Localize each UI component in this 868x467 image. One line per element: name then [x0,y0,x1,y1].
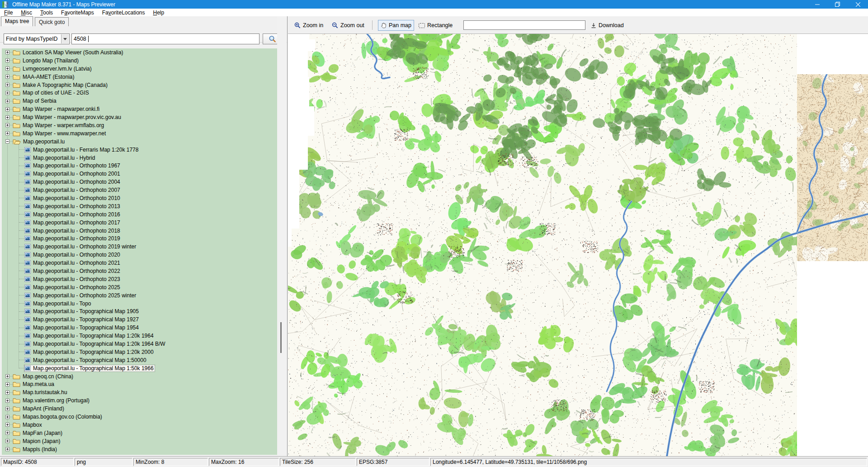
tree-map-item[interactable]: Map.geoportail.lu - Topographical Map 19… [2,308,277,316]
search-input[interactable]: 4508 [71,33,259,44]
folder-icon [13,438,20,444]
tree-map-item[interactable]: Map.geoportail.lu - Orthophoto 2022 [2,267,277,275]
tree-folder[interactable]: Map.meta.ua [2,381,277,389]
tree-map-item[interactable]: Map.geoportail.lu - Orthophoto 2021 [2,259,277,267]
tree-folder[interactable]: MapAnt (Finland) [2,405,277,413]
tree-folder[interactable]: Map Warper - warper.wmflabs.org [2,121,277,129]
tree-folder-expanded[interactable]: Map.geoportail.lu [2,138,277,146]
expand-toggle-icon[interactable] [5,131,9,135]
expand-toggle-icon[interactable] [5,447,9,451]
expand-toggle-icon[interactable] [5,399,9,403]
tree-map-item[interactable]: Map.geoportail.lu - Topographical Map 1:… [2,332,277,340]
expand-toggle-icon[interactable] [5,67,9,71]
tree-map-item-selected[interactable]: Map.geoportail.lu - Topographical Map 1:… [2,364,277,372]
tree-item-label: Map.geoportail.lu - Topographical Map 1:… [33,341,165,347]
tree-map-item[interactable]: Map.geoportail.lu - Orthophoto 2004 [2,178,277,186]
map-canvas[interactable] [288,34,868,457]
tree-map-item[interactable]: Map.geoportail.lu - Orthophoto 2025 [2,283,277,291]
expand-toggle-icon[interactable] [5,107,9,111]
tree-map-item[interactable]: Map.geoportail.lu - Orthophoto 2025 wint… [2,291,277,300]
maximize-button[interactable] [827,0,848,9]
tree-map-item[interactable]: Map.geoportail.lu - Topographical Map 19… [2,324,277,332]
tree-map-item[interactable]: Map.geoportail.lu - Orthophoto 2007 [2,186,277,194]
tree-folder[interactable]: MAA-AMET (Estonia) [2,73,277,81]
tree-scrollbar[interactable] [277,16,287,456]
tree-map-item[interactable]: Map.geoportail.lu - Orthophoto 2010 [2,194,277,202]
menu-item-favoritemaps[interactable]: FavoriteMaps [57,9,98,16]
panel-splitter[interactable] [287,16,288,456]
tree-map-item[interactable]: Map.geoportail.lu - Orthophoto 1967 [2,162,277,170]
tree-folder[interactable]: Mapion (Japan) [2,437,277,445]
tree-folder[interactable]: Mapas.bogota.gov.co (Colombia) [2,413,277,421]
expand-toggle-icon[interactable] [5,391,9,395]
tree-map-item[interactable]: Map.geoportail.lu - Topographical Map 1:… [2,356,277,364]
tab-quick-goto[interactable]: Quick goto [35,17,69,26]
tree-map-item[interactable]: Map.geoportail.lu - Orthophoto 2019 wint… [2,243,277,251]
expand-toggle-icon[interactable] [5,50,9,54]
tree-map-item[interactable]: Map.geoportail.lu - Orthophoto 2018 [2,227,277,235]
tree-folder[interactable]: Map.valentim.org (Portugal) [2,396,277,405]
tree-folder[interactable]: Map.geoq.cn (China) [2,372,277,381]
menu-item-tools[interactable]: Tools [36,9,57,16]
expand-toggle-icon[interactable] [5,423,9,427]
expand-toggle-icon[interactable] [5,374,9,378]
tree-map-item[interactable]: Map.geoportail.lu - Orthophoto 2013 [2,202,277,210]
tree-scrollbar-thumb[interactable] [280,322,282,353]
download-button[interactable]: Download [591,20,624,31]
tree-map-item[interactable]: Map.geoportail.lu - Orthophoto 2016 [2,210,277,219]
tree-folder[interactable]: Map Warper - mapwarper.onki.fi [2,105,277,113]
expand-toggle-icon[interactable] [5,83,9,87]
tab-maps-tree[interactable]: Maps tree [1,16,33,26]
expand-toggle-icon[interactable] [5,91,9,95]
tree-folder[interactable]: Location SA Map Viewer (South Australia) [2,48,277,57]
zoom-out-button[interactable]: Zoom out [332,20,364,31]
tree-folder[interactable]: Map Warper - www.mapwarper.net [2,129,277,138]
menu-item-help[interactable]: Help [149,9,169,16]
expand-toggle-icon[interactable] [5,382,9,386]
tree-folder[interactable]: Mappls (India) [2,445,277,453]
tree-map-item[interactable]: Map.geoportail.lu - Topographical Map 1:… [2,348,277,356]
tree-folder[interactable]: Make A Topographic Map (Canada) [2,81,277,89]
menu-item-file[interactable]: File [0,9,17,16]
expand-toggle-icon[interactable] [5,99,9,103]
tree-folder[interactable]: Longdo Map (Thailand) [2,57,277,65]
menu-item-favoritelocations[interactable]: FavoriteLocations [98,9,149,16]
tree-folder[interactable]: Lvmgeoserver.lvm.lv (Latvia) [2,65,277,73]
tree-map-item[interactable]: Map.geoportail.lu - Topo [2,300,277,308]
zoom-in-button[interactable]: Zoom in [294,20,323,31]
tree-map-item[interactable]: Map.geoportail.lu - Hybrid [2,154,277,162]
tree-map-item[interactable]: Map.geoportail.lu - Orthophoto 2001 [2,170,277,178]
map-thumbnail-icon [24,268,31,274]
rectangle-button[interactable]: Rectangle [419,20,453,31]
tree-map-item[interactable]: Map.geoportail.lu - Orthophoto 2020 [2,251,277,259]
tree-map-item[interactable]: Map.geoportail.lu - Orthophoto 2019 [2,234,277,243]
expand-toggle-icon[interactable] [5,415,9,419]
tree-folder[interactable]: Mapbox [2,421,277,429]
tree-map-item[interactable]: Map.geoportail.lu - Topographical Map 1:… [2,340,277,348]
tree-folder[interactable]: Map of Serbia [2,97,277,105]
tree-map-item[interactable]: Map.geoportail.lu - Ferraris Map 1:20k 1… [2,146,277,154]
tree-folder[interactable]: Map.turistautak.hu [2,388,277,396]
expand-toggle-icon[interactable] [5,75,9,79]
tree-map-item[interactable]: Map.geoportail.lu - Orthophoto 2023 [2,275,277,283]
tree-folder[interactable]: MapFan (Japan) [2,429,277,437]
find-by-dropdown[interactable]: Find by MapsTypeID [4,33,70,44]
tree-map-item[interactable]: Map.geoportail.lu - Orthophoto 2017 [2,219,277,227]
expand-toggle-icon[interactable] [5,115,9,119]
expand-toggle-icon[interactable] [5,439,9,443]
toolbar-input[interactable] [463,20,585,30]
expand-toggle-icon[interactable] [5,58,9,62]
expand-toggle-icon[interactable] [5,123,9,127]
dropdown-arrow-icon[interactable] [61,34,69,43]
tree-folder[interactable]: Map of cities of UAE - 2GIS [2,89,277,97]
minimize-button[interactable] [807,0,827,9]
tree-folder[interactable]: Map Warper - mapwarper.prov.vic.gov.au [2,113,277,121]
tree-item-label: Map.geoportail.lu [23,138,65,145]
expand-toggle-icon[interactable] [5,407,9,411]
tree-map-item[interactable]: Map.geoportail.lu - Topographical Map 19… [2,315,277,324]
close-button[interactable] [848,0,868,9]
expand-toggle-icon[interactable] [5,139,9,143]
expand-toggle-icon[interactable] [5,431,9,435]
pan-map-button[interactable]: Pan map [378,20,414,31]
menu-item-misc[interactable]: Misc [17,9,36,16]
